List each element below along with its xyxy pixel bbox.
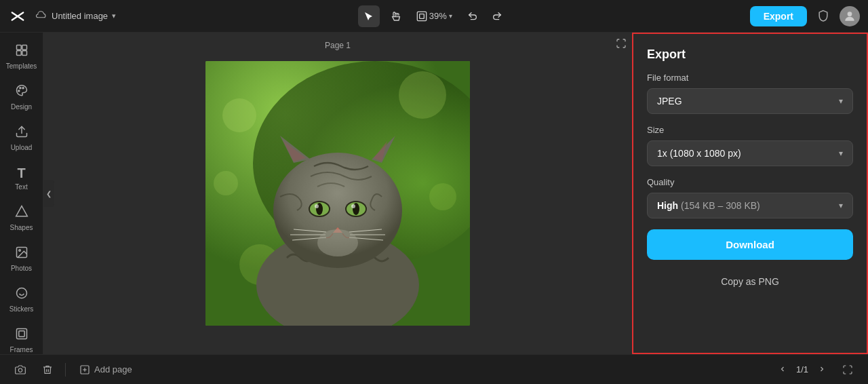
sidebar-item-design[interactable]: Design	[2, 79, 41, 117]
main-content: Templates Design Upload	[0, 33, 868, 354]
sidebar: Templates Design Upload	[0, 33, 43, 354]
sidebar-item-photos-label: Photos	[11, 265, 32, 273]
stickers-icon	[15, 286, 28, 303]
size-value: 1x (1080 x 1080 px)	[657, 148, 741, 159]
trash-button[interactable]	[38, 360, 57, 379]
shapes-icon	[15, 205, 28, 222]
svg-rect-3	[420, 14, 425, 18]
file-format-label: File format	[647, 73, 853, 83]
quality-value: High (154 KB – 308 KB)	[657, 200, 760, 211]
page-indicator: 1/1	[796, 364, 808, 375]
text-icon: T	[17, 166, 25, 181]
svg-point-48	[18, 368, 22, 372]
svg-rect-7	[16, 51, 21, 56]
frames-icon	[15, 327, 28, 344]
zoom-chevron-icon: ▾	[449, 12, 452, 20]
svg-point-35	[315, 204, 319, 208]
svg-point-4	[848, 12, 852, 16]
next-page-button[interactable]	[814, 363, 830, 377]
page-nav: 1/1	[774, 363, 830, 377]
page-label: Page 1	[325, 41, 351, 50]
svg-point-22	[399, 71, 446, 119]
sidebar-item-frames[interactable]: Frames	[2, 322, 41, 354]
page-expand-icon[interactable]	[616, 38, 627, 52]
file-name: Untitled image	[52, 11, 108, 21]
canvas-image	[205, 61, 470, 326]
screenshot-button[interactable]	[11, 360, 30, 379]
shield-icon-button[interactable]	[812, 5, 834, 27]
sidebar-item-photos[interactable]: Photos	[2, 240, 41, 278]
toolbar-center: 39% ▾	[121, 5, 745, 27]
export-button[interactable]: Export	[750, 6, 807, 26]
file-format-select[interactable]: JPEG ▾	[647, 88, 853, 114]
templates-icon	[15, 43, 28, 60]
undo-redo-group	[462, 5, 508, 27]
svg-point-23	[429, 183, 456, 210]
sidebar-item-shapes-label: Shapes	[10, 224, 33, 232]
copy-png-button[interactable]: Copy as PNG	[647, 271, 853, 292]
file-chevron-icon: ▾	[112, 12, 116, 20]
size-label: Size	[647, 125, 853, 135]
bottombar: Add page 1/1	[0, 354, 868, 384]
size-chevron-icon: ▾	[839, 149, 843, 158]
file-format-chevron-icon: ▾	[839, 96, 843, 106]
export-panel-title: Export	[647, 47, 853, 62]
photos-icon	[15, 246, 28, 263]
download-button[interactable]: Download	[647, 229, 853, 260]
file-format-value: JPEG	[657, 96, 682, 107]
svg-rect-6	[22, 45, 26, 50]
svg-point-39	[351, 204, 355, 208]
upload-icon	[15, 125, 28, 142]
file-name-area[interactable]: Untitled image ▾	[35, 10, 116, 22]
sidebar-item-templates[interactable]: Templates	[2, 38, 41, 76]
svg-point-21	[222, 98, 256, 132]
separator	[65, 363, 66, 377]
sidebar-item-upload[interactable]: Upload	[2, 119, 41, 157]
sidebar-item-text-label: Text	[15, 183, 27, 191]
sidebar-item-shapes[interactable]: Shapes	[2, 199, 41, 237]
svg-rect-5	[16, 45, 21, 50]
add-page-button[interactable]: Add page	[74, 362, 138, 378]
design-icon	[15, 84, 28, 101]
topbar-right: Export	[750, 5, 860, 27]
svg-point-9	[18, 90, 19, 92]
export-panel: Export File format JPEG ▾ Size 1x (1080 …	[632, 33, 868, 354]
prev-page-button[interactable]	[774, 363, 791, 377]
quality-select[interactable]: High (154 KB – 308 KB) ▾	[647, 193, 853, 218]
sidebar-item-stickers-label: Stickers	[9, 305, 34, 313]
svg-point-10	[19, 88, 20, 89]
svg-rect-2	[417, 12, 426, 20]
quality-section: Quality High (154 KB – 308 KB) ▾	[647, 177, 853, 218]
size-select[interactable]: 1x (1080 x 1080 px) ▾	[647, 140, 853, 166]
sidebar-item-templates-label: Templates	[6, 62, 37, 71]
svg-rect-17	[16, 329, 26, 339]
add-page-label: Add page	[94, 364, 132, 375]
svg-marker-13	[16, 206, 27, 216]
zoom-value: 39%	[429, 11, 447, 21]
undo-button[interactable]	[462, 5, 484, 27]
svg-point-11	[22, 88, 24, 89]
svg-rect-8	[22, 51, 26, 56]
size-section: Size 1x (1080 x 1080 px) ▾	[647, 125, 853, 166]
sidebar-collapse-button[interactable]: ❮	[43, 180, 54, 207]
avatar[interactable]	[840, 6, 860, 26]
canvas-area: Page 1	[43, 33, 632, 354]
sidebar-item-design-label: Design	[11, 103, 32, 111]
cloud-icon	[35, 10, 47, 22]
file-format-section: File format JPEG ▾	[647, 73, 853, 114]
redo-button[interactable]	[486, 5, 508, 27]
svg-point-47	[317, 229, 358, 256]
fullscreen-button[interactable]	[838, 360, 857, 379]
sidebar-item-stickers[interactable]: Stickers	[2, 281, 41, 319]
sidebar-item-text[interactable]: T Text	[2, 160, 41, 197]
quality-label: Quality	[647, 177, 853, 187]
svg-rect-18	[18, 331, 24, 337]
sidebar-item-frames-label: Frames	[10, 346, 33, 354]
logo-icon[interactable]	[8, 7, 27, 26]
svg-point-15	[18, 250, 20, 252]
hand-tool-button[interactable]	[385, 5, 407, 27]
frame-tool-button[interactable]: 39% ▾	[412, 5, 456, 27]
svg-point-25	[214, 171, 238, 195]
pointer-tool-button[interactable]	[358, 5, 380, 27]
quality-chevron-icon: ▾	[839, 201, 843, 210]
